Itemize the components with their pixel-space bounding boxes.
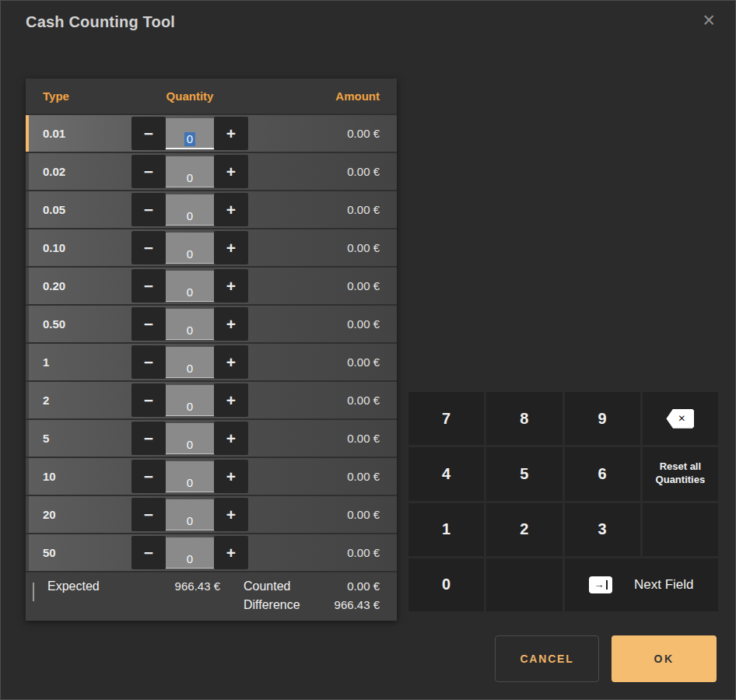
key-2[interactable]: 2 — [486, 503, 562, 556]
decrement-button[interactable]: − — [131, 498, 166, 531]
dialog-title: Cash Counting Tool — [26, 13, 175, 31]
increment-button[interactable]: + — [214, 422, 248, 455]
quantity-input[interactable]: 0 — [166, 118, 214, 149]
minus-icon: − — [144, 201, 153, 219]
row-amount: 0.00 € — [248, 127, 397, 140]
backspace-key[interactable]: ✕ — [643, 392, 718, 445]
minus-icon: − — [144, 544, 153, 562]
key-7[interactable]: 7 — [408, 392, 484, 445]
plus-icon: + — [226, 315, 236, 333]
denomination-label: 0.20 — [29, 279, 131, 292]
decrement-button[interactable]: − — [131, 536, 166, 569]
increment-button[interactable]: + — [214, 383, 248, 417]
quantity-input[interactable]: 0 — [166, 385, 214, 416]
quantity-controls: − 0 + — [131, 229, 248, 266]
increment-button[interactable]: + — [214, 460, 248, 493]
row-amount: 0.00 € — [248, 470, 397, 483]
denomination-row: 0.02 − 0 + 0.00 € — [26, 153, 397, 190]
decrement-button[interactable]: − — [131, 269, 166, 303]
quantity-input[interactable]: 0 — [166, 271, 214, 302]
row-amount: 0.00 € — [248, 546, 397, 559]
plus-icon: + — [226, 429, 236, 447]
minus-icon: − — [144, 467, 153, 485]
quantity-value: 0 — [184, 209, 195, 222]
decrement-button[interactable]: − — [131, 231, 166, 264]
quantity-input[interactable]: 0 — [166, 233, 214, 264]
increment-button[interactable]: + — [214, 498, 248, 531]
counted-row: Counted 0.00 € — [244, 579, 380, 593]
increment-button[interactable]: + — [214, 536, 248, 569]
minus-icon: − — [144, 163, 153, 180]
key-4[interactable]: 4 — [408, 447, 484, 500]
expected-label: Expected — [47, 579, 100, 593]
decrement-button[interactable]: − — [131, 345, 166, 379]
increment-button[interactable]: + — [214, 269, 248, 303]
denomination-row: 1 − 0 + 0.00 € — [26, 344, 397, 380]
counted-label: Counted — [244, 579, 291, 593]
quantity-input[interactable]: 0 — [166, 194, 214, 226]
quantity-controls: − 0 + — [131, 534, 248, 571]
difference-value: 966.43 € — [335, 598, 380, 612]
increment-button[interactable]: + — [214, 117, 248, 150]
decrement-button[interactable]: − — [131, 460, 166, 493]
quantity-value: 0 — [184, 171, 195, 184]
key-5[interactable]: 5 — [486, 447, 562, 500]
denomination-label: 5 — [29, 432, 131, 445]
decrement-button[interactable]: − — [131, 155, 166, 188]
denomination-row: 2 − 0 + 0.00 € — [26, 382, 397, 418]
decrement-button[interactable]: − — [131, 383, 166, 417]
row-amount: 0.00 € — [248, 394, 397, 407]
quantity-controls: − 0 + — [131, 115, 248, 152]
quantity-input[interactable]: 0 — [166, 347, 214, 378]
denomination-row: 5 − 0 + 0.00 € — [26, 420, 397, 457]
next-field-key[interactable]: → Next Field — [565, 558, 719, 611]
denomination-row: 10 − 0 + 0.00 € — [26, 458, 397, 495]
row-amount: 0.00 € — [248, 203, 397, 216]
increment-button[interactable]: + — [214, 155, 248, 188]
increment-button[interactable]: + — [214, 307, 248, 341]
decrement-button[interactable]: − — [131, 193, 166, 226]
increment-button[interactable]: + — [214, 193, 248, 226]
plus-icon: + — [226, 391, 236, 409]
key-0[interactable]: 0 — [408, 558, 484, 611]
close-icon[interactable]: × — [703, 10, 715, 31]
key-8[interactable]: 8 — [486, 392, 562, 445]
quantity-input[interactable]: 0 — [166, 461, 214, 492]
quantity-input[interactable]: 0 — [166, 537, 214, 569]
decrement-button[interactable]: − — [131, 117, 166, 150]
denomination-label: 0.50 — [29, 317, 131, 331]
quantity-input[interactable]: 0 — [166, 499, 214, 530]
key-3[interactable]: 3 — [565, 503, 640, 556]
numeric-keypad: 7 8 9 ✕ 4 5 6 Reset all Quantities 1 2 3… — [408, 392, 718, 611]
plus-icon: + — [226, 201, 236, 219]
denomination-row: 0.50 − 0 + 0.00 € — [26, 306, 397, 342]
decrement-button[interactable]: − — [131, 422, 166, 455]
minus-icon: − — [144, 124, 153, 142]
row-amount: 0.00 € — [248, 432, 397, 445]
quantity-input[interactable]: 0 — [166, 156, 214, 187]
key-6[interactable]: 6 — [565, 447, 640, 500]
cash-counting-dialog: Cash Counting Tool × Type Quantity Amoun… — [0, 0, 736, 700]
ok-button[interactable]: OK — [612, 635, 717, 682]
quantity-input[interactable]: 0 — [166, 423, 214, 454]
plus-icon: + — [226, 277, 236, 295]
row-amount: 0.00 € — [248, 165, 397, 178]
expected-value: 966.43 € — [175, 579, 220, 593]
quantity-input[interactable]: 0 — [166, 309, 214, 340]
quantity-controls: − 0 + — [131, 382, 248, 418]
empty-key — [643, 503, 718, 556]
key-9[interactable]: 9 — [565, 392, 640, 445]
quantity-value: 0 — [184, 476, 195, 489]
key-1[interactable]: 1 — [408, 503, 484, 556]
cancel-button[interactable]: CANCEL — [495, 635, 599, 682]
increment-button[interactable]: + — [214, 231, 248, 264]
quantity-value: 0 — [184, 552, 195, 565]
next-field-label: Next Field — [634, 577, 694, 593]
quantity-value: 0 — [184, 362, 195, 375]
row-amount: 0.00 € — [248, 317, 397, 331]
reset-quantities-key[interactable]: Reset all Quantities — [643, 447, 718, 500]
increment-button[interactable]: + — [214, 345, 248, 379]
plus-icon: + — [226, 353, 236, 371]
decrement-button[interactable]: − — [131, 307, 166, 341]
quantity-controls: − 0 + — [131, 191, 248, 228]
